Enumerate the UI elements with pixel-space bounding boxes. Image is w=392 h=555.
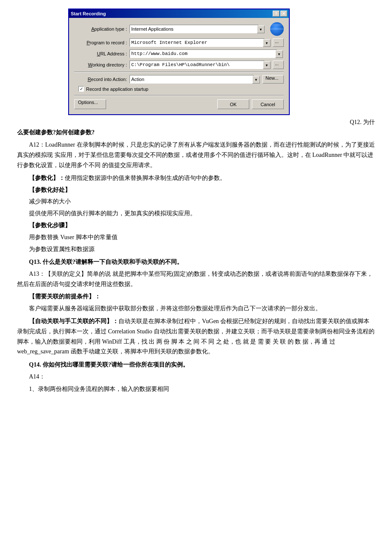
param-benefit-2: 提供使用不同的值执行脚本的能力，更加真实的模拟现实应用。 xyxy=(29,208,375,219)
working-dir-select-wrapper: C:\Program Files\HP\LoadRunner\bin\ ▼ xyxy=(130,61,271,69)
param-benefit-label-block: 【参数化好处】 xyxy=(29,185,375,195)
footer-right: OK Cancel xyxy=(217,99,284,109)
working-dir-label-text: Working directory : xyxy=(88,62,127,67)
dialog-title: Start Recording xyxy=(71,11,106,16)
main-content: 么要创建参数?如何创建参数? A12：LoadRunner 在录制脚本的时候，只… xyxy=(17,128,375,394)
q12-prefix: Q12. 为什 xyxy=(350,119,375,125)
app-type-select-wrapper: Internet Applications ▼ xyxy=(130,25,265,33)
app-type-controls: Internet Applications ▼ xyxy=(130,22,284,36)
param-steps-label: 【参数化步骤】 xyxy=(29,222,71,228)
dialog-titlebar: Start Recording ? ✕ xyxy=(69,9,289,18)
checkbox-label: Record the application startup xyxy=(86,87,148,92)
program-controls: Microsoft Internet Explorer ▼ ... xyxy=(130,38,284,47)
url-label-text: URL Address : xyxy=(97,51,127,56)
a14-intro-text: A14： xyxy=(29,373,45,380)
app-type-dropdown-arrow[interactable]: ▼ xyxy=(258,25,265,33)
a12-paragraph: A12：LoadRunner 在录制脚本的时候，只是忠实的记录了所有从客户端发送… xyxy=(17,140,375,170)
param-benefit-1: 减少脚本的大小 xyxy=(29,197,375,207)
record-into-select-wrapper: Action ▼ xyxy=(130,75,261,84)
help-button[interactable]: ? xyxy=(273,11,280,17)
record-into-select[interactable]: Action xyxy=(130,75,261,84)
program-select[interactable]: Microsoft Internet Explorer xyxy=(130,38,271,47)
q13-heading-text: Q13. 什么是关联?请解释一下自动关联和手动关联的不同。 xyxy=(29,259,183,265)
param-def-label: 【参数化】： xyxy=(29,175,65,181)
param-benefit-2-text: 提供使用不同的值执行脚本的能力，更加真实的模拟现实应用。 xyxy=(29,210,196,217)
heading-text: 么要创建参数?如何创建参数? xyxy=(17,129,95,136)
record-into-label: Record into Action: xyxy=(74,77,130,82)
titlebar-left: Start Recording xyxy=(71,11,106,16)
record-into-label-text: Record into Action: xyxy=(88,77,127,82)
dialog-footer: Options... OK Cancel xyxy=(74,98,284,110)
footer-left: Options... xyxy=(74,99,106,109)
url-row: URL Address : http://www.baidu.com ▼ xyxy=(74,49,284,58)
working-dir-browse-button[interactable]: ... xyxy=(273,61,284,69)
record-startup-checkbox[interactable]: ✓ xyxy=(78,86,84,92)
working-dir-label: Working directory : xyxy=(74,62,130,67)
app-type-label: Application type : xyxy=(74,26,130,32)
record-into-dropdown-arrow[interactable]: ▼ xyxy=(253,75,261,84)
param-steps-label-block: 【参数化步骤】 xyxy=(29,220,375,231)
program-label: Program to record : xyxy=(74,40,130,45)
program-label-text: Program to record : xyxy=(86,40,127,45)
url-select-wrapper: http://www.baidu.com ▼ xyxy=(130,49,284,58)
working-dir-input[interactable]: C:\Program Files\HP\LoadRunner\bin\ xyxy=(130,61,271,69)
q14-heading-text: Q14. 你如何找出哪里需要关联?请给一些你所在项目的实例。 xyxy=(29,361,189,368)
a13-intro-text: A13：【关联的定义】简单的说 就是把脚本中某些写死(固定)的数据，转变成动态的… xyxy=(17,271,373,287)
param-benefit-1-text: 减少脚本的大小 xyxy=(29,198,71,205)
param-steps-1-text: 用参数替换 Vuser 脚本中的常量值 xyxy=(29,234,118,240)
divider xyxy=(74,72,284,72)
record-into-row: Record into Action: Action ▼ New... xyxy=(74,75,284,84)
a14-item1: 1、录制两份相同业务流程的脚本，输入的数据要相同 xyxy=(29,384,375,394)
app-type-select[interactable]: Internet Applications xyxy=(130,25,265,33)
titlebar-buttons: ? ✕ xyxy=(273,11,287,17)
param-steps-2-text: 为参数设置属性和数据源 xyxy=(29,246,95,252)
new-button[interactable]: New... xyxy=(262,75,284,84)
program-select-wrapper: Microsoft Internet Explorer ▼ xyxy=(130,38,271,47)
program-dropdown-arrow[interactable]: ▼ xyxy=(264,38,271,47)
diff-label: 【自动关联与手工关联的不同】： xyxy=(29,318,118,324)
prereq-text-block: 客户端需要从服务器端返回数据中获取部分数据，并将这些部分数据处理后作为自己下一次… xyxy=(17,304,375,314)
a14-intro: A14： xyxy=(17,372,375,382)
prereq-label: 【需要关联的前提条件】： xyxy=(29,293,101,300)
ok-button[interactable]: OK xyxy=(217,99,249,109)
app-type-row: Application type : Internet Applications… xyxy=(74,22,284,36)
app-type-label-text: Application type : xyxy=(91,26,127,32)
a14-item1-text: 1、录制两份相同业务流程的脚本，输入的数据要相同 xyxy=(29,386,169,392)
param-steps-2: 为参数设置属性和数据源 xyxy=(29,244,375,254)
param-def-block: 【参数化】：使用指定数据源中的值来替换脚本录制生成的语句中的参数。 xyxy=(29,173,375,183)
q13-heading: Q13. 什么是关联?请解释一下自动关联和手动关联的不同。 xyxy=(17,257,375,267)
working-dir-controls: C:\Program Files\HP\LoadRunner\bin\ ▼ ..… xyxy=(130,61,284,69)
options-button[interactable]: Options... xyxy=(74,99,106,109)
a12-text: A12：LoadRunner 在录制脚本的时候，只是忠实的记录了所有从客户端发送… xyxy=(17,142,375,168)
a13-intro-paragraph: A13：【关联的定义】简单的说 就是把脚本中某些写死(固定)的数据，转变成动态的… xyxy=(17,269,375,289)
param-def-text: 使用指定数据源中的值来替换脚本录制生成的语句中的参数。 xyxy=(65,175,226,181)
program-row: Program to record : Microsoft Internet E… xyxy=(74,38,284,47)
url-dropdown-arrow[interactable]: ▼ xyxy=(276,49,284,58)
divider2 xyxy=(74,95,284,96)
url-controls: http://www.baidu.com ▼ xyxy=(130,49,284,58)
param-benefit-label: 【参数化好处】 xyxy=(29,187,71,193)
dialog-container: Start Recording ? ✕ Application type : I… xyxy=(68,9,375,115)
q14-heading: Q14. 你如何找出哪里需要关联?请给一些你所在项目的实例。 xyxy=(17,360,375,370)
cancel-button[interactable]: Cancel xyxy=(252,99,284,109)
start-recording-dialog: Start Recording ? ✕ Application type : I… xyxy=(68,9,290,115)
url-input[interactable]: http://www.baidu.com xyxy=(130,49,284,58)
q12-prefix-line: Q12. 为什 xyxy=(17,119,375,126)
working-dir-row: Working directory : C:\Program Files\HP\… xyxy=(74,61,284,69)
url-label: URL Address : xyxy=(74,51,130,56)
prereq-block: 【需要关联的前提条件】： xyxy=(29,292,375,302)
close-button[interactable]: ✕ xyxy=(280,11,287,17)
globe-icon xyxy=(270,22,284,36)
record-into-controls: Action ▼ New... xyxy=(130,75,284,84)
diff-paragraph: 【自动关联与手工关联的不同】：自动关联是在脚本录制过程中，VuGen 会根据已经… xyxy=(17,316,375,357)
section-heading: 么要创建参数?如何创建参数? xyxy=(17,128,375,137)
program-browse-button[interactable]: ... xyxy=(273,38,284,47)
prereq-text: 客户端需要从服务器端返回数据中获取部分数据，并将这些部分数据处理后作为自己下一次… xyxy=(29,305,321,312)
working-dir-dropdown-arrow[interactable]: ▼ xyxy=(264,61,271,69)
dialog-body: Application type : Internet Applications… xyxy=(69,18,289,114)
checkbox-row: ✓ Record the application startup xyxy=(78,86,284,92)
param-steps-1: 用参数替换 Vuser 脚本中的常量值 xyxy=(29,232,375,243)
